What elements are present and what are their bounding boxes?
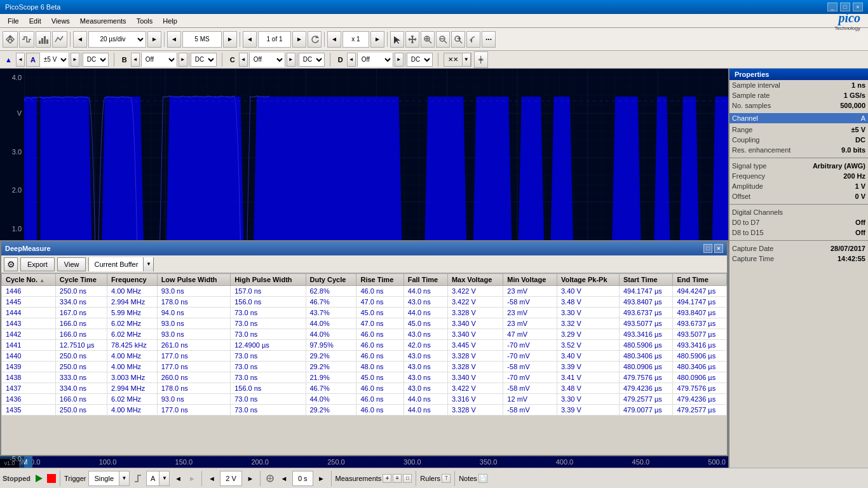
channel-b-next-button[interactable]: ► (179, 53, 187, 67)
collection-next-button[interactable]: ► (223, 31, 237, 48)
channel-c-next-button[interactable]: ► (287, 53, 295, 67)
col-cycle-no[interactable]: Cycle No. ▲ (2, 274, 56, 286)
refresh-button[interactable] (308, 31, 322, 48)
col-min-voltage[interactable]: Min Voltage (503, 274, 557, 286)
offset-next-button[interactable]: ► (316, 473, 327, 484)
menu-edit[interactable]: Edit (24, 16, 46, 26)
col-max-voltage[interactable]: Max Voltage (447, 274, 503, 286)
col-voltage-pkpk[interactable]: Voltage Pk-Pk (557, 274, 620, 286)
auto-setup-button[interactable]: A (3, 31, 18, 48)
channel-c-prev-button[interactable]: ◄ (239, 53, 248, 67)
table-cell: 46.0 ns (356, 383, 403, 394)
timebase-next-button[interactable]: ► (147, 31, 161, 48)
trigger-channel-dropdown[interactable]: ▼ (159, 471, 169, 485)
status-sep-4 (331, 471, 332, 486)
dm-buffer-dropdown[interactable]: ▼ (143, 257, 153, 271)
math-label: ✕✕ (444, 56, 462, 63)
cursor-select-button[interactable] (390, 31, 404, 48)
pico-logo: pico (839, 11, 860, 25)
undo-button[interactable] (466, 31, 480, 48)
pan-button[interactable] (405, 31, 419, 48)
more-options-button[interactable]: ··· (482, 31, 496, 48)
menu-views[interactable]: Views (46, 16, 75, 26)
col-fall-time[interactable]: Fall Time (403, 274, 447, 286)
trigger-rising-button[interactable] (132, 473, 144, 484)
dm-close-button[interactable]: × (714, 244, 723, 253)
line-chart-button[interactable] (52, 31, 67, 48)
signal-gen-button[interactable] (19, 31, 34, 48)
table-cell: 1440 (2, 351, 56, 362)
zoom-out-button[interactable] (436, 31, 450, 48)
no-samples-label: No. samples (732, 102, 771, 109)
channel-section-value: A (861, 114, 865, 122)
col-end-time[interactable]: End Time (673, 274, 727, 286)
signal-type-label: Signal type (732, 162, 766, 170)
channel-a-coupling-select[interactable]: DCAC (83, 53, 109, 67)
capture-prev-button[interactable]: ◄ (243, 31, 257, 48)
zoom-next-button[interactable]: ► (370, 31, 384, 48)
capture-next-button[interactable]: ► (292, 31, 306, 48)
table-cell: 333.0 ns (55, 372, 107, 383)
channel-c-range-select[interactable]: Off (250, 53, 285, 67)
channel-c-coupling-select[interactable]: DC (299, 53, 325, 67)
timebase-dropdown[interactable]: 20 µs/div (137, 32, 146, 47)
y-label-1: V (0, 109, 22, 117)
channel-b-prev-button[interactable]: ◄ (131, 53, 140, 67)
notes-icon[interactable]: 📄 (478, 474, 487, 483)
dm-export-button[interactable]: Export (20, 257, 55, 271)
measurements-icon-2[interactable]: □ (403, 474, 412, 483)
stop-button[interactable] (47, 474, 56, 483)
voltage-value: 2 V (220, 471, 241, 485)
channel-d-range-select[interactable]: Off (358, 53, 393, 67)
voltage-next-button[interactable]: ► (245, 473, 256, 484)
channel-a-nav-up[interactable]: ▲ (3, 55, 15, 65)
col-low-pulse-width[interactable]: Low Pulse Width (157, 274, 231, 286)
dm-view-button[interactable]: View (57, 257, 86, 271)
channel-a-prev-button[interactable]: ◄ (16, 53, 25, 67)
zoom-prev-button[interactable]: ◄ (327, 31, 341, 48)
d8-d15-label: D8 to D15 (732, 229, 764, 236)
zoom-fit-button[interactable]: + (451, 31, 465, 48)
measurements-icon-1[interactable]: ≡ (393, 474, 402, 483)
notes-button[interactable]: Notes 📄 (459, 474, 487, 483)
measurements-add-icon[interactable]: + (383, 474, 391, 483)
menu-help[interactable]: Help (158, 16, 182, 26)
math-dropdown[interactable]: ▼ (462, 53, 471, 67)
bar-chart-button[interactable] (36, 31, 51, 48)
col-frequency[interactable]: Frequency (107, 274, 158, 286)
play-button[interactable] (33, 473, 44, 484)
channel-d-next-button[interactable]: ► (395, 53, 403, 67)
trigger-setting-right[interactable]: ► (186, 473, 198, 484)
table-cell: 3.328 V (447, 362, 503, 372)
trigger-setting-left[interactable]: ◄ (172, 473, 184, 484)
col-high-pulse-width[interactable]: High Pulse Width (231, 274, 306, 286)
measurements-button[interactable]: Measurements + ≡ □ (336, 474, 412, 483)
zoom-in-button[interactable] (421, 31, 435, 48)
menu-tools[interactable]: Tools (132, 16, 158, 26)
menu-file[interactable]: File (3, 16, 24, 26)
col-duty-cycle[interactable]: Duty Cycle (306, 274, 356, 286)
collection-prev-button[interactable]: ◄ (167, 31, 181, 48)
ref-button[interactable] (264, 473, 276, 484)
dm-table-wrapper[interactable]: Cycle No. ▲ Cycle Time Frequency Low Pul… (1, 273, 727, 455)
col-start-time[interactable]: Start Time (619, 274, 672, 286)
channel-a-range-select[interactable]: ±5 V (40, 53, 69, 67)
channel-d-coupling-select[interactable]: DC (407, 53, 433, 67)
col-cycle-time[interactable]: Cycle Time (55, 274, 107, 286)
rulers-button[interactable]: Rulers ⊤ (420, 474, 451, 483)
channel-d-prev-button[interactable]: ◄ (347, 53, 356, 67)
timebase-prev-button[interactable]: ◄ (73, 31, 87, 48)
trigger-mode-dropdown[interactable]: ▼ (119, 471, 129, 485)
col-rise-time[interactable]: Rise Time (356, 274, 403, 286)
channel-b-range-select[interactable]: Off (142, 53, 177, 67)
voltage-prev-button[interactable]: ◄ (206, 473, 217, 484)
offset-prev-button[interactable]: ◄ (278, 473, 290, 484)
rulers-icon[interactable]: ⊤ (442, 474, 451, 483)
dm-maximize-button[interactable]: □ (703, 244, 712, 253)
menu-measurements[interactable]: Measurements (75, 16, 132, 26)
channel-b-coupling-select[interactable]: DC (191, 53, 217, 67)
digital-button[interactable]: ╪ (474, 51, 488, 68)
table-cell: 493.5077 µs (673, 329, 727, 340)
channel-a-next-button[interactable]: ► (71, 53, 79, 67)
dm-settings-button[interactable]: ⚙ (4, 257, 18, 271)
